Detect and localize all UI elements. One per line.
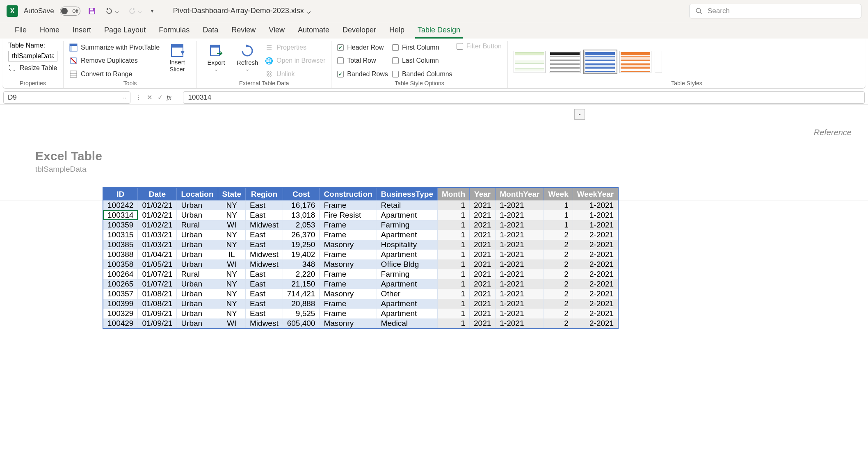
cell[interactable]: Frame [320, 250, 377, 259]
cell[interactable]: Urban [177, 289, 218, 299]
cell[interactable]: 01/02/21 [138, 210, 177, 220]
cell[interactable]: 2-2021 [573, 259, 618, 269]
tab-data[interactable]: Data [196, 23, 225, 39]
cell[interactable]: 100314 [103, 210, 138, 220]
banded-rows-check[interactable]: Banded Rows [337, 70, 388, 78]
table-row[interactable]: 10026501/07/21UrbanNYEast21,150FrameApar… [103, 279, 618, 289]
cell[interactable]: 2 [544, 299, 573, 309]
cell[interactable]: Apartment [377, 299, 437, 309]
cell[interactable]: 100385 [103, 240, 138, 250]
cell[interactable]: 1 [438, 200, 470, 210]
cell[interactable]: Masonry [320, 240, 377, 250]
cell[interactable]: 1-2021 [496, 210, 544, 220]
cell[interactable]: 1-2021 [573, 210, 618, 220]
cell[interactable]: NY [218, 309, 245, 318]
column-header[interactable]: MonthYear [496, 187, 544, 200]
qat-customize[interactable]: ▾ [149, 7, 155, 15]
cell[interactable]: 2-2021 [573, 318, 618, 329]
cell[interactable]: 1-2021 [496, 318, 544, 329]
cell[interactable]: East [246, 230, 283, 240]
cell[interactable]: Apartment [377, 309, 437, 318]
cell[interactable]: 9,525 [283, 309, 320, 318]
cell[interactable]: 1-2021 [496, 309, 544, 318]
cell[interactable]: 1 [438, 309, 470, 318]
cell[interactable]: IL [218, 250, 245, 259]
cell[interactable]: 605,400 [283, 318, 320, 329]
cell[interactable]: Urban [177, 279, 218, 289]
tab-table-design[interactable]: Table Design [411, 23, 467, 39]
cell[interactable]: Masonry [320, 318, 377, 329]
cell[interactable]: Frame [320, 220, 377, 230]
cell[interactable]: 2-2021 [573, 299, 618, 309]
formula-bar[interactable]: 100314 [183, 91, 865, 104]
table-row[interactable]: 10031501/03/21UrbanNYEast26,370FrameApar… [103, 230, 618, 240]
cell[interactable]: Rural [177, 220, 218, 230]
table-style-blue[interactable] [584, 51, 616, 73]
cell[interactable]: 1 [544, 220, 573, 230]
cell[interactable]: WI [218, 220, 245, 230]
cell[interactable]: 2 [544, 318, 573, 329]
tab-automate[interactable]: Automate [291, 23, 336, 39]
cell[interactable]: 100429 [103, 318, 138, 329]
cell[interactable]: 2021 [470, 318, 496, 329]
table-style-light[interactable] [514, 51, 546, 73]
column-header[interactable]: Region [246, 187, 283, 200]
cell[interactable]: NY [218, 299, 245, 309]
last-column-check[interactable]: Last Column [392, 57, 452, 64]
convert-range-button[interactable]: Convert to Range [69, 69, 160, 79]
cell[interactable]: 2021 [470, 299, 496, 309]
cell[interactable]: Office Bldg [377, 259, 437, 269]
cell[interactable]: 2,053 [283, 220, 320, 230]
cell[interactable]: East [246, 210, 283, 220]
export-button[interactable]: Export ⌵ [203, 42, 230, 80]
cell[interactable]: 1-2021 [496, 230, 544, 240]
cell[interactable]: East [246, 289, 283, 299]
fx-icon[interactable]: fx [167, 94, 171, 101]
cell[interactable]: 2021 [470, 289, 496, 299]
cell[interactable]: East [246, 240, 283, 250]
column-header[interactable]: Year [470, 187, 496, 200]
cell[interactable]: East [246, 279, 283, 289]
cell[interactable]: 2-2021 [573, 279, 618, 289]
cell[interactable]: 2-2021 [573, 250, 618, 259]
cell[interactable]: 714,421 [283, 289, 320, 299]
cell[interactable]: NY [218, 289, 245, 299]
cell[interactable]: East [246, 309, 283, 318]
tab-page-layout[interactable]: Page Layout [98, 23, 152, 39]
cell[interactable]: 2-2021 [573, 230, 618, 240]
column-header[interactable]: Location [177, 187, 218, 200]
cell[interactable]: Farming [377, 220, 437, 230]
cell[interactable]: 2-2021 [573, 309, 618, 318]
cell[interactable]: Midwest [246, 220, 283, 230]
cell[interactable]: Apartment [377, 250, 437, 259]
cell[interactable]: 1 [438, 279, 470, 289]
cell[interactable]: 2 [544, 309, 573, 318]
collapse-button[interactable]: - [574, 109, 585, 120]
table-style-dark[interactable] [549, 51, 581, 73]
cell[interactable]: 1 [438, 220, 470, 230]
cell[interactable]: 100358 [103, 259, 138, 269]
cell[interactable]: NY [218, 230, 245, 240]
cell[interactable]: 2021 [470, 230, 496, 240]
cell[interactable]: 100242 [103, 200, 138, 210]
table-style-more[interactable] [655, 51, 662, 73]
cell[interactable]: 2 [544, 240, 573, 250]
table-row[interactable]: 10035901/02/21RuralWIMidwest2,053FrameFa… [103, 220, 618, 230]
cell[interactable]: Midwest [246, 259, 283, 269]
cell[interactable]: 2021 [470, 279, 496, 289]
name-box[interactable]: D9 ⌵ [3, 91, 130, 104]
cell[interactable]: 1 [438, 250, 470, 259]
cell[interactable]: 2021 [470, 259, 496, 269]
cell[interactable]: 01/08/21 [138, 289, 177, 299]
accept-icon[interactable]: ✓ [156, 93, 164, 101]
cell[interactable]: 01/02/21 [138, 220, 177, 230]
cell[interactable]: 100388 [103, 250, 138, 259]
cell[interactable]: Urban [177, 309, 218, 318]
cell[interactable]: 100359 [103, 220, 138, 230]
cell[interactable]: 1 [544, 210, 573, 220]
tab-review[interactable]: Review [225, 23, 262, 39]
table-name-input[interactable] [8, 51, 57, 61]
banded-columns-check[interactable]: Banded Columns [392, 70, 452, 78]
cell[interactable]: Urban [177, 240, 218, 250]
cell[interactable]: 1 [438, 230, 470, 240]
